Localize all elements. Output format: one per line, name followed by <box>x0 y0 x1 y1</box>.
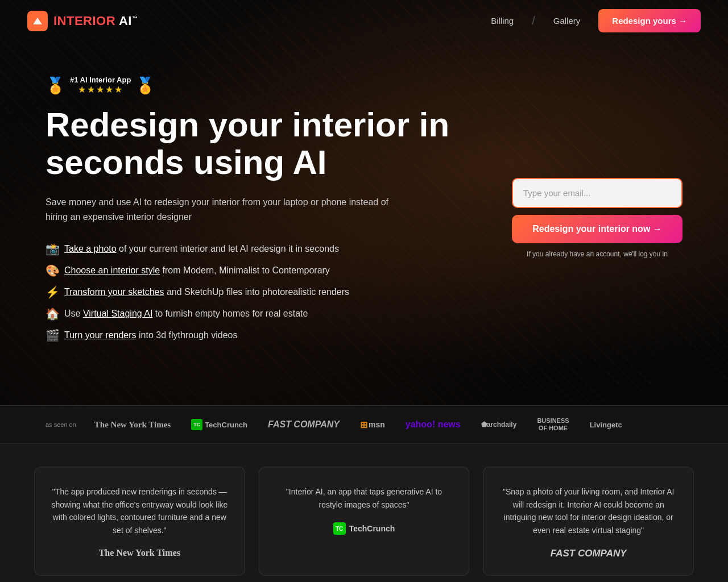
testimonial-nyt-quote: "The app produced new renderings in seco… <box>51 485 229 537</box>
msn-logo: ⊞ msn <box>360 419 385 430</box>
press-logos: The New York Times TC TechCrunch FAST CO… <box>94 417 622 432</box>
nav-cta-button[interactable]: Redesign yours → <box>598 9 701 32</box>
feature-flythrough: 🎬 Turn your renders into 3d flythrough v… <box>46 329 449 342</box>
logo-text: INTERIOR AI™ <box>53 14 138 28</box>
laurel-left-icon: 🏅 <box>46 76 65 95</box>
hero-left: 🏅 #1 AI Interior App ★★★★★ 🏅 Redesign yo… <box>46 76 449 342</box>
feature-choose-style: 🎨 Choose an interior style from Modern, … <box>46 264 449 277</box>
billing-link[interactable]: Billing <box>491 16 514 26</box>
yahoo-logo: yahoo! news <box>406 419 461 430</box>
testimonial-tc-logo: TC TechCrunch <box>275 522 453 535</box>
hero-title: Redesign your interior in seconds using … <box>46 106 449 181</box>
testimonial-fastco: "Snap a photo of your living room, and I… <box>483 467 694 576</box>
testimonial-fastco-quote: "Snap a photo of your living room, and I… <box>499 485 677 537</box>
virtual-staging-link[interactable]: Virtual Staging AI <box>83 309 152 318</box>
livingetc-logo: Livingetc <box>590 421 622 429</box>
email-form: Redesign your interior now → If you alre… <box>512 178 682 258</box>
feature-transform-sketches: ⚡ Transform your sketches and SketchUp f… <box>46 285 449 299</box>
nyt-logo: The New York Times <box>94 420 171 430</box>
hero-section: 🏅 #1 AI Interior App ★★★★★ 🏅 Redesign yo… <box>0 41 728 405</box>
testimonial-nyt-logo: The New York Times <box>51 548 229 558</box>
as-seen-on-label: as seen on <box>46 421 76 428</box>
testimonial-fastco-logo: FAST COMPANY <box>499 548 677 559</box>
turn-renders-link[interactable]: Turn your renders <box>64 330 136 340</box>
palette-emoji: 🎨 <box>46 264 60 277</box>
testimonial-nyt: "The app produced new renderings in seco… <box>34 467 245 576</box>
testimonial-tc: "Interior AI, an app that taps generativ… <box>259 467 470 576</box>
fastcompany-logo: FAST COMPANY <box>268 419 340 430</box>
navbar-links: Billing / Gallery Redesign yours → <box>491 9 701 32</box>
archdaily-logo: ⬟archdaily <box>481 421 517 429</box>
testimonial-tc-quote: "Interior AI, an app that taps generativ… <box>275 485 453 511</box>
hero-subtitle: Save money and use AI to redesign your i… <box>46 195 398 224</box>
star-rating: ★★★★★ <box>70 84 131 95</box>
logo[interactable]: INTERIOR AI™ <box>27 11 138 31</box>
badge-rank: #1 AI Interior App <box>70 76 131 84</box>
feature-virtual-staging: 🏠 Use Virtual Staging AI to furnish empt… <box>46 307 449 321</box>
badge-center: #1 AI Interior App ★★★★★ <box>70 76 131 95</box>
lightning-emoji: ⚡ <box>46 285 60 299</box>
camera-emoji: 📸 <box>46 242 60 256</box>
tc-t-icon: TC <box>333 522 346 535</box>
techcrunch-logo: TC TechCrunch <box>191 419 247 430</box>
msn-icon: ⊞ <box>360 419 367 430</box>
gallery-link[interactable]: Gallery <box>553 16 581 26</box>
house-emoji: 🏠 <box>46 307 60 321</box>
award-badge: 🏅 #1 AI Interior App ★★★★★ 🏅 <box>46 76 449 95</box>
redesign-now-button[interactable]: Redesign your interior now → <box>512 215 682 243</box>
feature-list: 📸 Take a photo of your current interior … <box>46 242 449 342</box>
tc-icon: TC <box>191 419 202 430</box>
logo-icon <box>27 11 48 31</box>
boh-logo: BUSINESSOF HOME <box>537 417 569 432</box>
navbar: INTERIOR AI™ Billing / Gallery Redesign … <box>0 0 728 41</box>
email-input[interactable] <box>512 178 682 208</box>
press-bar: as seen on The New York Times TC TechCru… <box>0 405 728 444</box>
testimonials-section: "The app produced new renderings in seco… <box>0 444 728 582</box>
feature-take-photo: 📸 Take a photo of your current interior … <box>46 242 449 256</box>
login-note: If you already have an account, we'll lo… <box>512 250 682 258</box>
nav-divider: / <box>532 14 535 27</box>
take-photo-link[interactable]: Take a photo <box>64 244 117 253</box>
film-emoji: 🎬 <box>46 329 60 342</box>
transform-sketches-link[interactable]: Transform your sketches <box>64 287 164 297</box>
choose-style-link[interactable]: Choose an interior style <box>64 265 160 275</box>
laurel-right-icon: 🏅 <box>135 76 155 95</box>
